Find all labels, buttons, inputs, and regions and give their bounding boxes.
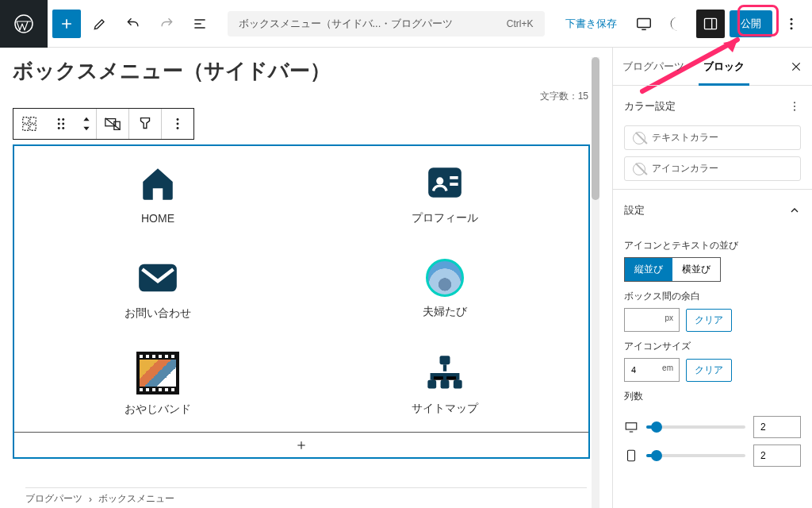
panel-more-icon[interactable] xyxy=(788,100,801,113)
breadcrumb-root[interactable]: ブログパーツ xyxy=(25,492,82,506)
svg-rect-1 xyxy=(638,18,651,27)
columns-slider[interactable] xyxy=(646,454,745,457)
outline-button[interactable] xyxy=(186,10,214,38)
svg-point-30 xyxy=(794,106,795,107)
boxmenu-cell-travel[interactable]: 夫婦たび xyxy=(301,241,588,337)
gap-field: ボックス間の余白 px クリア xyxy=(613,282,812,332)
post-title[interactable]: ボックスメニュー（サイドバー） xyxy=(13,57,599,85)
columns-value-input[interactable] xyxy=(753,416,801,438)
panel-title: 設定 xyxy=(624,203,645,217)
boxmenu-cell-contact[interactable]: お問い合わせ xyxy=(14,241,301,337)
word-count: 文字数：15 xyxy=(13,90,599,103)
no-color-icon xyxy=(633,163,645,175)
tab-block[interactable]: ブロック xyxy=(694,48,754,85)
film-band-icon xyxy=(136,352,179,394)
svg-point-4 xyxy=(791,22,793,25)
iconsize-input[interactable] xyxy=(624,358,680,382)
sidebar-close-button[interactable] xyxy=(780,51,812,83)
svg-rect-33 xyxy=(628,450,635,461)
svg-rect-9 xyxy=(30,125,36,130)
document-title-text: ボックスメニュー（サイドバ...・ブログパーツ xyxy=(239,17,454,31)
boxmenu-add-row[interactable] xyxy=(14,432,588,457)
document-title-pill[interactable]: ボックスメニュー（サイドバ...・ブログパーツ Ctrl+K xyxy=(228,11,545,37)
align-field: アイコンとテキストの並び 縦並び 横並び xyxy=(613,231,812,282)
icon-color-chip[interactable]: アイコンカラー xyxy=(624,156,801,181)
redo-button[interactable] xyxy=(152,10,181,38)
svg-point-14 xyxy=(58,127,60,129)
columns-row-desktop xyxy=(613,413,812,441)
boxmenu-label: おやじバンド xyxy=(124,402,191,417)
boxmenu-cell-home[interactable]: HOME xyxy=(14,146,301,241)
editor-topbar: ボックスメニュー（サイドバ...・ブログパーツ Ctrl+K 下書き保存 公開 xyxy=(0,0,812,48)
breadcrumb: ブログパーツ › ボックスメニュー xyxy=(25,487,587,508)
iconsize-clear-button[interactable]: クリア xyxy=(686,359,732,382)
publish-button[interactable]: 公開 xyxy=(730,10,772,37)
svg-point-12 xyxy=(58,123,60,125)
toolbar-devices-icon[interactable] xyxy=(97,109,128,139)
svg-rect-26 xyxy=(427,380,436,389)
align-horizontal-button[interactable]: 横並び xyxy=(672,258,720,281)
breadcrumb-current[interactable]: ボックスメニュー xyxy=(98,492,174,506)
home-icon xyxy=(137,163,178,204)
breadcrumb-sep: › xyxy=(89,494,92,505)
block-toolbar xyxy=(13,108,194,140)
settings-sidebar: ブログパーツ ブロック カラー設定 テキストカラー アイコンカラー 設定 アイコ… xyxy=(612,48,812,508)
svg-point-13 xyxy=(62,123,64,125)
gap-input[interactable] xyxy=(624,308,680,332)
plus-icon xyxy=(295,439,308,452)
align-segment: 縦並び 横並び xyxy=(624,257,721,282)
svg-rect-25 xyxy=(440,356,450,364)
svg-rect-8 xyxy=(23,125,29,130)
sidebar-toggle-button[interactable] xyxy=(696,10,725,38)
boxmenu-label: 夫婦たび xyxy=(423,305,467,319)
svg-point-3 xyxy=(791,17,793,20)
preview-devices-button[interactable] xyxy=(630,10,658,38)
svg-rect-32 xyxy=(626,423,637,429)
svg-point-10 xyxy=(58,118,60,121)
boxmenu-label: お問い合わせ xyxy=(124,306,191,321)
svg-rect-28 xyxy=(454,380,462,389)
svg-rect-27 xyxy=(441,380,450,389)
boxmenu-label: サイトマップ xyxy=(412,402,478,416)
tab-blog-parts[interactable]: ブログパーツ xyxy=(613,48,694,85)
settings-panel: 設定 xyxy=(613,190,812,231)
columns-value-input[interactable] xyxy=(753,444,801,467)
sitemap-icon xyxy=(424,352,465,394)
block-drag-handle[interactable] xyxy=(45,109,77,139)
svg-rect-22 xyxy=(428,167,462,198)
svg-point-5 xyxy=(791,27,793,29)
svg-point-20 xyxy=(177,123,179,125)
gap-clear-button[interactable]: クリア xyxy=(686,309,732,332)
boxmenu-label: HOME xyxy=(141,212,174,225)
svg-point-19 xyxy=(177,118,179,121)
box-menu-block[interactable]: HOME プロフィール お問い合わせ 夫婦たび xyxy=(13,144,590,459)
profile-card-icon xyxy=(424,162,465,203)
chevron-up-icon[interactable] xyxy=(788,204,801,217)
svg-line-18 xyxy=(105,118,120,130)
columns-row-tablet xyxy=(613,441,812,470)
desktop-icon xyxy=(624,420,638,434)
boxmenu-cell-band[interactable]: おやじバンド xyxy=(14,337,301,432)
theme-dark-icon[interactable] xyxy=(663,10,691,38)
save-draft-button[interactable]: 下書き保存 xyxy=(557,12,625,36)
undo-button[interactable] xyxy=(119,10,147,38)
wp-logo[interactable] xyxy=(0,0,48,48)
toolbar-more-icon[interactable] xyxy=(162,109,193,139)
no-color-icon xyxy=(633,132,645,144)
more-menu-button[interactable] xyxy=(777,10,806,38)
boxmenu-cell-sitemap[interactable]: サイトマップ xyxy=(301,337,588,432)
boxmenu-cell-profile[interactable]: プロフィール xyxy=(301,146,588,241)
iconsize-field: アイコンサイズ em クリア xyxy=(613,332,812,382)
svg-rect-2 xyxy=(705,18,717,29)
svg-point-15 xyxy=(62,127,64,129)
shortcut-hint: Ctrl+K xyxy=(507,18,534,29)
add-block-button[interactable] xyxy=(52,10,81,38)
block-type-icon[interactable] xyxy=(13,109,45,139)
text-color-chip[interactable]: テキストカラー xyxy=(624,125,801,150)
toolbar-style-icon[interactable] xyxy=(129,109,161,139)
columns-slider[interactable] xyxy=(646,425,745,429)
align-vertical-button[interactable]: 縦並び xyxy=(625,258,672,281)
svg-point-29 xyxy=(794,102,795,103)
block-move-arrows[interactable] xyxy=(77,109,96,139)
edit-mode-button[interactable] xyxy=(86,10,114,38)
